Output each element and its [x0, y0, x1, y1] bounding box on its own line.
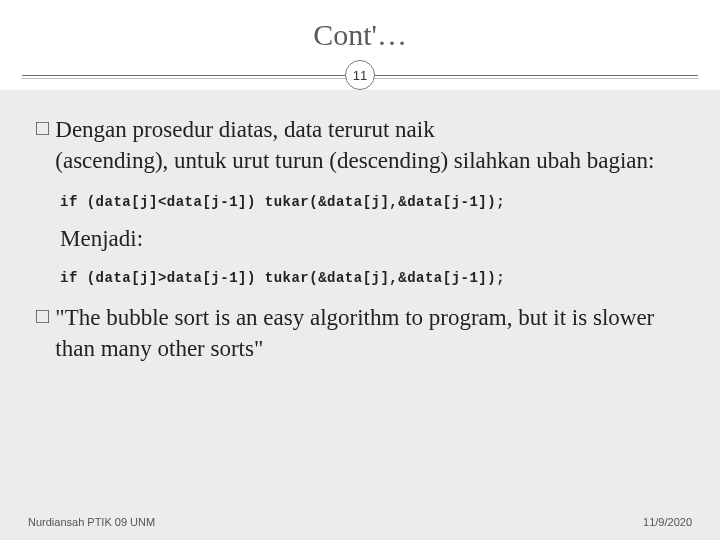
slide-footer: Nurdiansah PTIK 09 UNM 11/9/2020 [28, 516, 692, 528]
menjadi-label: Menjadi: [60, 226, 684, 252]
bullet-square-icon: □ [36, 114, 49, 142]
footer-author: Nurdiansah PTIK 09 UNM [28, 516, 155, 528]
footer-date: 11/9/2020 [643, 516, 692, 528]
code-line-2: if (data[j]>data[j-1]) tukar(&data[j],&d… [60, 270, 684, 286]
bullet-item-1: □ Dengan prosedur diatas, data terurut n… [36, 114, 684, 176]
bullet-square-icon: □ [36, 302, 49, 330]
bullet-item-2: □ "The bubble sort is an easy algorithm … [36, 302, 684, 364]
content-area: □ Dengan prosedur diatas, data terurut n… [0, 90, 720, 540]
title-divider: 11 [0, 60, 720, 90]
bullet-text-block: Dengan prosedur diatas, data terurut nai… [55, 114, 654, 176]
slide-number-badge: 11 [345, 60, 375, 90]
bullet1-line1: Dengan prosedur diatas, data terurut nai… [55, 114, 654, 145]
slide: Cont'… 11 □ Dengan prosedur diatas, data… [0, 0, 720, 540]
bullet1-line2: (ascending), untuk urut turun (descendin… [55, 145, 654, 176]
slide-header: Cont'… [0, 0, 720, 60]
quote-text: "The bubble sort is an easy algorithm to… [55, 302, 684, 364]
code-line-1: if (data[j]<data[j-1]) tukar(&data[j],&d… [60, 194, 684, 210]
slide-title: Cont'… [0, 18, 720, 52]
